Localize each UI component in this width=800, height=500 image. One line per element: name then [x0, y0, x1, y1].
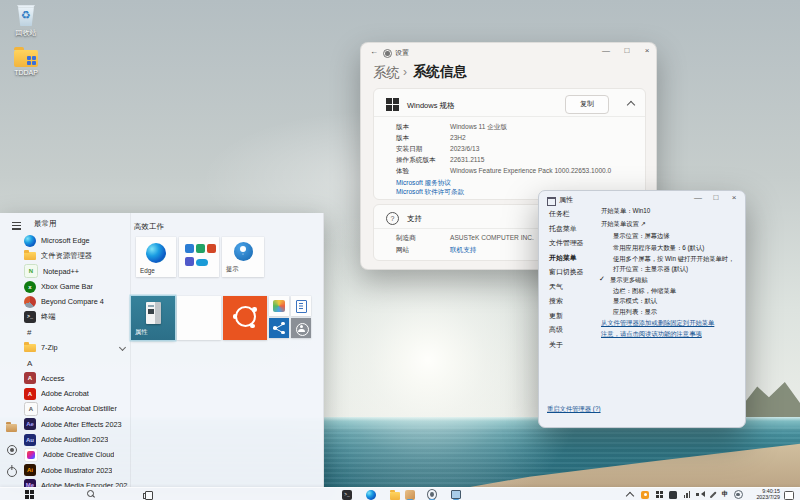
tile-microsoft-365[interactable]: [179, 237, 219, 277]
close-button[interactable]: ×: [640, 46, 654, 55]
tray-app-orange[interactable]: [640, 490, 650, 500]
menu-tray[interactable]: 托盘菜单: [549, 224, 583, 239]
start-style-line[interactable]: 开始菜单：Win10: [601, 207, 650, 216]
tile-document[interactable]: [291, 296, 311, 316]
tray-pen[interactable]: [708, 490, 718, 500]
app-item-terminal[interactable]: >_终端: [24, 309, 128, 324]
app-item-illustrator[interactable]: AiAdobe Illustrator 2023: [24, 462, 128, 477]
app-item-media-encoder[interactable]: MeAdobe Media Encoder 2023: [24, 478, 128, 487]
app-item-creative-cloud[interactable]: Adobe Creative Cloud: [24, 447, 128, 462]
chevron-down-icon[interactable]: [119, 344, 126, 351]
section-header-a[interactable]: A: [24, 355, 128, 370]
back-arrow-icon[interactable]: ←: [370, 47, 378, 56]
start-settings-link[interactable]: 开始菜单设置 ↗: [601, 220, 646, 229]
task-view-icon: [143, 491, 152, 499]
taskbar-terminal[interactable]: >_: [342, 490, 352, 500]
monitor-icon: [451, 490, 461, 499]
close-button[interactable]: ×: [727, 193, 741, 202]
app-item-xbox-game-bar[interactable]: xXbox Game Bar: [24, 279, 128, 294]
task-view-button[interactable]: [142, 490, 152, 500]
breadcrumb-system[interactable]: 系统: [373, 64, 400, 82]
multimonitor-line-2[interactable]: 打开位置：主显示器 (默认): [613, 265, 688, 274]
settings-rail-gear-icon[interactable]: [7, 445, 17, 455]
app-item-7zip[interactable]: 7-Zip: [24, 340, 128, 355]
app-item-audition[interactable]: AuAdobe Audition 2023: [24, 432, 128, 447]
app-item-acrobat[interactable]: AAdobe Acrobat: [24, 386, 128, 401]
tile-pc-properties[interactable]: 属性: [131, 296, 175, 340]
menu-advanced[interactable]: 高级: [549, 325, 583, 340]
tray-network[interactable]: [682, 490, 692, 500]
taskbar-file-explorer[interactable]: [390, 490, 400, 500]
maximize-button[interactable]: □: [709, 193, 723, 202]
minimize-button[interactable]: —: [691, 193, 705, 202]
tile-ubuntu[interactable]: [223, 296, 267, 340]
tray-expand[interactable]: [625, 490, 635, 500]
app-item-access[interactable]: AAccess: [24, 371, 128, 386]
menu-search[interactable]: 搜索: [549, 296, 583, 311]
taskbar-clock[interactable]: 9:40:15 2023/7/29: [744, 489, 780, 500]
tray-settings[interactable]: [733, 490, 743, 500]
file-explorer-icon: [390, 492, 400, 500]
minimize-button[interactable]: —: [599, 46, 613, 55]
app-item-edge[interactable]: Microsoft Edge: [24, 233, 128, 248]
documents-rail-icon[interactable]: [6, 424, 17, 432]
menu-file-manager[interactable]: 文件管理器: [549, 238, 583, 253]
menu-weather[interactable]: 天气: [549, 282, 583, 297]
recycle-bin-shortcut[interactable]: ♻ 回收站: [2, 4, 50, 38]
tile-photos[interactable]: [269, 296, 289, 316]
app-list-line[interactable]: 应用列表：显示: [613, 308, 657, 317]
menu-taskbar[interactable]: 任务栏: [549, 209, 583, 224]
tile-share[interactable]: [269, 318, 289, 338]
card-divider: [374, 116, 645, 117]
menu-start-menu[interactable]: 开始菜单: [549, 253, 583, 268]
app-item-file-explorer[interactable]: 文件资源管理器: [24, 248, 128, 263]
menu-window-switcher[interactable]: 窗口切换器: [549, 267, 583, 282]
breadcrumb-separator: ›: [403, 65, 407, 79]
taskbar-properties[interactable]: [451, 490, 461, 500]
terminal-icon: >_: [24, 311, 36, 323]
search-button[interactable]: [86, 490, 96, 500]
collapse-chevron-icon[interactable]: [627, 101, 635, 109]
sidebar-line[interactable]: 边栏：图标，伸缩菜单: [613, 287, 676, 296]
menu-updates[interactable]: 更新: [549, 311, 583, 326]
dialog-menu: 任务栏 托盘菜单 文件管理器 开始菜单 窗口切换器 天气 搜索 更新 高级 关于: [549, 209, 583, 354]
copy-button[interactable]: 复制: [565, 95, 609, 114]
tray-app-grid[interactable]: [654, 490, 664, 500]
maximize-button[interactable]: □: [620, 46, 634, 55]
spec-row: 安装日期2023/6/13: [396, 145, 422, 154]
tray-volume[interactable]: [695, 490, 705, 500]
app-item-notepadpp[interactable]: NNotepad++: [24, 264, 128, 279]
folder-shortcut[interactable]: TDDAP: [2, 50, 50, 76]
start-button[interactable]: [24, 490, 34, 500]
orange-tray-icon: [641, 491, 649, 499]
show-more-tiles-checkbox[interactable]: 显示更多磁贴: [610, 276, 648, 285]
license-terms-link[interactable]: Microsoft 软件许可条款: [396, 188, 464, 197]
power-rail-icon[interactable]: [7, 467, 17, 477]
app-item-beyond-compare[interactable]: Beyond Compare 4: [24, 294, 128, 309]
pin-items-link[interactable]: 从文件管理器添加或删除固定到开始菜单: [601, 319, 714, 328]
note-link[interactable]: 注意，请点击阅读该功能的注意事项: [601, 330, 702, 339]
taskbar-app[interactable]: [405, 490, 415, 500]
restart-explorer-link[interactable]: 重启文件管理器 (?): [547, 405, 601, 414]
ime-indicator[interactable]: 中: [720, 490, 730, 500]
online-support-link[interactable]: 联机支持: [450, 246, 476, 255]
services-agreement-link[interactable]: Microsoft 服务协议: [396, 179, 451, 188]
tile-edge[interactable]: Edge: [136, 237, 176, 277]
pen-icon: [710, 491, 717, 498]
tray-app-dark[interactable]: [668, 490, 678, 500]
position-line[interactable]: 显示位置：屏幕边缘: [613, 232, 670, 241]
taskbar-edge[interactable]: [366, 490, 376, 500]
notification-button[interactable]: [784, 490, 794, 500]
section-header-hash[interactable]: #: [24, 325, 128, 340]
tile-account[interactable]: [291, 318, 311, 338]
display-mode-line[interactable]: 显示模式：默认: [613, 297, 657, 306]
check-icon[interactable]: ✓: [599, 275, 605, 283]
app-item-distiller[interactable]: AAdobe Acrobat Distiller: [24, 401, 128, 416]
taskbar-settings[interactable]: [427, 490, 437, 500]
max-apps-line[interactable]: 常用应用程序最大数量：6 (默认): [613, 244, 704, 253]
menu-about[interactable]: 关于: [549, 340, 583, 355]
hamburger-menu-icon[interactable]: [12, 222, 21, 231]
app-item-after-effects[interactable]: AeAdobe After Effects 2023: [24, 417, 128, 432]
tile-blank[interactable]: [177, 296, 221, 340]
tile-tips[interactable]: 提示: [222, 237, 264, 277]
